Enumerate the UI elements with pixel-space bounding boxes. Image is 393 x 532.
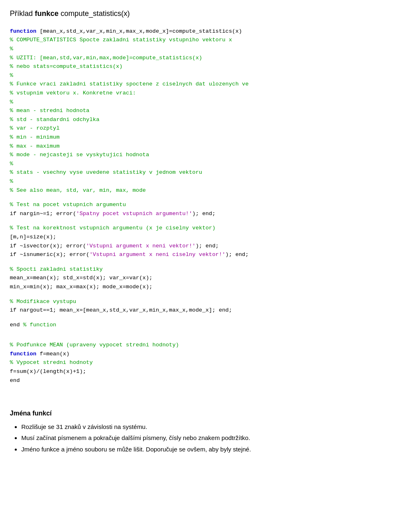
code-line-19: % See also mean, std, var, min, max, mod… [10,186,383,195]
code-line-30: if nargout==1; mean_x=[mean_x,std_x,var_… [10,306,383,315]
code-line-3: % [10,45,383,54]
code-line-1: function [mean_x,std_x,var_x,min_x,max_x… [10,27,383,36]
code-line-5: % nebo stats=compute_statistics(x) [10,62,383,71]
code-line-7: % Funkce vraci zakladni statistiky spoct… [10,80,383,89]
code-line-8: % vstupnim vektoru x. Konkretne vraci: [10,89,383,98]
code-line-25: if ~isnumeric(x); error('Vstupni argumen… [10,250,383,259]
code-line-28: min_x=min(x); max_x=max(x); mode_x=mode(… [10,283,383,292]
code-line-35: f=sum(x)/(length(x)+1); [10,367,383,376]
code-line-16: % [10,159,383,168]
code-line-22: % Test na korektnost vstupnich argumentu… [10,224,383,233]
code-line-23: [m,n]=size(x); [10,233,383,242]
code-line-9: % [10,98,383,107]
code-line-2: % COMPUTE_STATISTICS Spocte zakladni sta… [10,36,383,45]
code-line-20: % Test na pocet vstupnich argumentu [10,200,383,209]
code-line-13: % min - minimum [10,133,383,142]
code-block-main: function [mean_x,std_x,var_x,min_x,max_x… [10,27,383,385]
code-line-18: % [10,177,383,186]
code-line-31: end % function [10,321,383,330]
code-line-11: % std - standardni odchylka [10,115,383,124]
jmena-bullet-list: Rozlišuje se 31 znaků v závislosti na sy… [21,422,383,454]
code-line-17: % stats - vsechny vyse uvedene statistik… [10,168,383,177]
page-title: Příklad funkce compute_statistics(x) [10,8,383,20]
code-line-26: % Spocti zakladni statistiky [10,265,383,274]
code-line-21: if nargin~=1; error('Spatny pocet vstupn… [10,209,383,218]
code-line-32: % Podfunkce MEAN (upraveny vypocet stred… [10,341,383,350]
code-line-4: % UZITI: [mean,std,var,min,max,mode]=com… [10,54,383,63]
code-line-34: % Vypocet stredni hodnoty [10,358,383,367]
code-line-15: % mode - nejcasteji se vyskytujici hodno… [10,150,383,159]
code-line-29: % Modifikace vystupu [10,297,383,306]
code-line-27: mean_x=mean(x); std_x=std(x); var_x=var(… [10,274,383,283]
code-line-33: function f=mean(x) [10,350,383,359]
code-line-6: % [10,71,383,80]
code-line-36: end [10,376,383,385]
bullet-item-1: Rozlišuje se 31 znaků v závislosti na sy… [21,422,383,431]
code-line-10: % mean - stredni hodnota [10,106,383,115]
section-jmena-heading: Jména funkcí [10,409,383,419]
code-line-24: if ~isvector(x); error('Vstupni argument… [10,242,383,251]
bullet-item-2: Musí začínat písmenem a pokračuje dalším… [21,433,383,442]
code-line-12: % var - rozptyl [10,124,383,133]
bullet-item-3: Jméno funkce a jméno souboru se může liš… [21,444,383,454]
code-line-14: % max - maximum [10,142,383,151]
